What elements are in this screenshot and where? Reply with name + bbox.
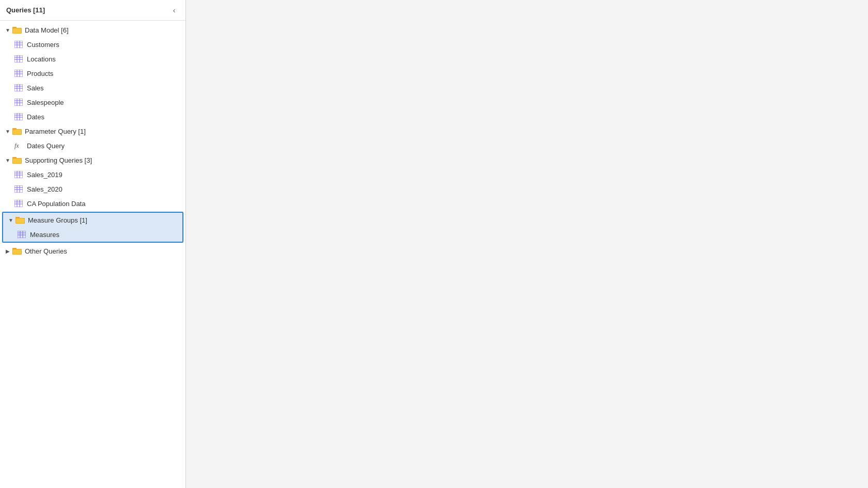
svg-rect-3 bbox=[14, 41, 23, 48]
table-icon-ca-population bbox=[14, 200, 24, 207]
group-label-other-queries: Other Queries bbox=[25, 247, 67, 255]
group-header-data-model[interactable]: ▼ Data Model [6] bbox=[0, 23, 185, 37]
sidebar: Queries [11] ‹ ▼ Data Model [6] bbox=[0, 0, 186, 488]
folder-icon-data-model bbox=[12, 26, 22, 34]
svg-rect-38 bbox=[13, 159, 21, 163]
toggle-other-queries[interactable]: ▶ bbox=[4, 247, 11, 255]
group-header-supporting-queries[interactable]: ▼ Supporting Queries [3] bbox=[0, 153, 185, 167]
group-label-data-model: Data Model [6] bbox=[25, 26, 69, 34]
main-content bbox=[186, 0, 868, 488]
toggle-measure-groups[interactable]: ▼ bbox=[7, 216, 14, 224]
group-data-model: ▼ Data Model [6] bbox=[0, 23, 185, 124]
item-label-dates-query: Dates Query bbox=[27, 142, 65, 150]
svg-rect-35 bbox=[13, 130, 21, 134]
svg-rect-39 bbox=[14, 171, 23, 178]
item-label-customers: Customers bbox=[27, 41, 59, 49]
tree-item-dates-query[interactable]: fx Dates Query bbox=[12, 138, 185, 153]
item-label-sales-2020: Sales_2020 bbox=[27, 185, 63, 193]
svg-rect-49 bbox=[14, 200, 23, 207]
svg-rect-2 bbox=[13, 28, 21, 33]
table-icon-sales-2020 bbox=[14, 185, 24, 193]
tree-item-sales-2019[interactable]: Sales_2019 bbox=[12, 167, 185, 182]
toggle-parameter-query[interactable]: ▼ bbox=[4, 128, 11, 135]
table-icon-dates bbox=[14, 113, 24, 120]
item-label-salespeople: Salespeople bbox=[27, 99, 64, 106]
tree-item-customers[interactable]: Customers bbox=[12, 37, 185, 52]
folder-icon-parameter-query bbox=[12, 128, 22, 135]
tree-items-data-model: Customers Locations bbox=[0, 37, 185, 124]
svg-rect-57 bbox=[18, 231, 26, 238]
svg-rect-18 bbox=[14, 84, 23, 91]
collapse-icon[interactable]: ‹ bbox=[169, 5, 179, 15]
item-label-measures: Measures bbox=[30, 231, 59, 239]
svg-rect-13 bbox=[14, 70, 23, 77]
group-label-measure-groups: Measure Groups [1] bbox=[28, 216, 87, 224]
group-header-measure-groups[interactable]: ▼ Measure Groups [1] bbox=[3, 213, 182, 227]
item-label-locations: Locations bbox=[27, 55, 56, 63]
folder-icon-supporting-queries bbox=[12, 156, 22, 164]
group-label-supporting-queries: Supporting Queries [3] bbox=[25, 156, 92, 164]
table-icon-salespeople bbox=[14, 99, 24, 106]
table-icon-customers bbox=[14, 41, 24, 48]
svg-rect-44 bbox=[14, 185, 23, 193]
table-icon-sales bbox=[14, 84, 24, 91]
group-header-parameter-query[interactable]: ▼ Parameter Query [1] bbox=[0, 124, 185, 138]
tree-item-ca-population[interactable]: CA Population Data bbox=[12, 196, 185, 211]
svg-rect-56 bbox=[16, 218, 24, 223]
tree-items-supporting-queries: Sales_2019 Sales_2020 bbox=[0, 167, 185, 211]
tree-item-dates[interactable]: Dates bbox=[12, 109, 185, 124]
tree-item-measures[interactable]: Measures bbox=[16, 227, 182, 242]
item-label-products: Products bbox=[27, 70, 53, 77]
item-label-ca-population: CA Population Data bbox=[27, 200, 85, 208]
group-header-other-queries[interactable]: ▶ Other Queries bbox=[0, 244, 185, 258]
table-icon-products bbox=[14, 70, 24, 77]
folder-icon-other-queries bbox=[12, 247, 22, 255]
item-label-dates: Dates bbox=[27, 113, 44, 121]
table-icon-measures bbox=[18, 231, 27, 238]
group-label-parameter-query: Parameter Query [1] bbox=[25, 128, 86, 135]
tree-items-parameter-query: fx Dates Query bbox=[0, 138, 185, 153]
tree-item-salespeople[interactable]: Salespeople bbox=[12, 95, 185, 109]
item-label-sales-2019: Sales_2019 bbox=[27, 171, 63, 179]
item-label-sales: Sales bbox=[27, 84, 44, 92]
group-parameter-query: ▼ Parameter Query [1] fx Dates Query bbox=[0, 124, 185, 153]
tree-item-locations[interactable]: Locations bbox=[12, 52, 185, 66]
table-icon-sales-2019 bbox=[14, 171, 24, 178]
group-other-queries: ▶ Other Queries bbox=[0, 244, 185, 258]
svg-rect-8 bbox=[14, 55, 23, 62]
toggle-data-model[interactable]: ▼ bbox=[4, 26, 11, 34]
svg-rect-28 bbox=[14, 113, 23, 120]
fx-icon-dates-query: fx bbox=[14, 142, 24, 149]
folder-icon-measure-groups bbox=[16, 216, 25, 224]
tree-item-sales-2020[interactable]: Sales_2020 bbox=[12, 182, 185, 196]
tree-item-products[interactable]: Products bbox=[12, 66, 185, 81]
svg-rect-64 bbox=[13, 249, 21, 254]
toggle-supporting-queries[interactable]: ▼ bbox=[4, 156, 11, 164]
svg-rect-23 bbox=[14, 99, 23, 106]
tree-item-sales[interactable]: Sales bbox=[12, 81, 185, 95]
tree-container: ▼ Data Model [6] bbox=[0, 21, 185, 488]
group-supporting-queries: ▼ Supporting Queries [3] bbox=[0, 153, 185, 211]
sidebar-header: Queries [11] ‹ bbox=[0, 0, 185, 21]
table-icon-locations bbox=[14, 55, 24, 62]
group-measure-groups: ▼ Measure Groups [1] bbox=[2, 212, 183, 243]
sidebar-title: Queries [11] bbox=[6, 6, 45, 14]
tree-items-measure-groups: Measures bbox=[3, 227, 182, 242]
